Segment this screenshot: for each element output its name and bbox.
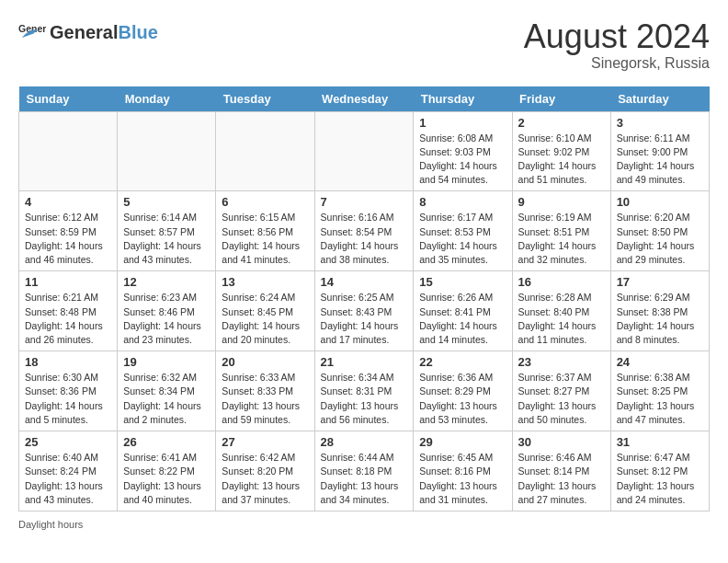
calendar-cell: 5Sunrise: 6:14 AM Sunset: 8:57 PM Daylig…	[118, 191, 216, 271]
day-info: Sunrise: 6:20 AM Sunset: 8:50 PM Dayligh…	[617, 211, 703, 267]
calendar-cell: 2Sunrise: 6:10 AM Sunset: 9:02 PM Daylig…	[512, 111, 610, 191]
day-number: 13	[222, 275, 308, 289]
day-info: Sunrise: 6:19 AM Sunset: 8:51 PM Dayligh…	[518, 211, 605, 267]
calendar-cell: 18Sunrise: 6:30 AM Sunset: 8:36 PM Dayli…	[19, 351, 118, 431]
day-number: 24	[617, 355, 703, 369]
day-number: 26	[123, 435, 210, 449]
calendar-table: SundayMondayTuesdayWednesdayThursdayFrid…	[18, 86, 710, 511]
calendar-header-sunday: Sunday	[19, 86, 118, 112]
day-info: Sunrise: 6:37 AM Sunset: 8:27 PM Dayligh…	[518, 371, 605, 427]
calendar-cell	[216, 111, 314, 191]
day-number: 31	[617, 435, 703, 449]
day-number: 29	[419, 435, 506, 449]
calendar-cell: 1Sunrise: 6:08 AM Sunset: 9:03 PM Daylig…	[414, 111, 512, 191]
logo-blue-text: Blue	[118, 22, 157, 43]
day-number: 17	[617, 275, 703, 289]
day-number: 2	[518, 116, 605, 130]
calendar-cell: 27Sunrise: 6:42 AM Sunset: 8:20 PM Dayli…	[216, 431, 314, 511]
calendar-week-5: 25Sunrise: 6:40 AM Sunset: 8:24 PM Dayli…	[19, 431, 710, 511]
day-number: 6	[222, 195, 308, 209]
day-info: Sunrise: 6:16 AM Sunset: 8:54 PM Dayligh…	[321, 211, 408, 267]
page-header: General General Blue August 2024 Sinegor…	[18, 18, 710, 72]
calendar-cell: 31Sunrise: 6:47 AM Sunset: 8:12 PM Dayli…	[610, 431, 709, 511]
day-info: Sunrise: 6:10 AM Sunset: 9:02 PM Dayligh…	[518, 132, 605, 188]
day-info: Sunrise: 6:24 AM Sunset: 8:45 PM Dayligh…	[222, 291, 308, 347]
day-number: 1	[419, 116, 506, 130]
calendar-header-friday: Friday	[512, 86, 610, 112]
logo: General General Blue	[18, 18, 158, 46]
calendar-cell: 4Sunrise: 6:12 AM Sunset: 8:59 PM Daylig…	[19, 191, 118, 271]
day-info: Sunrise: 6:23 AM Sunset: 8:46 PM Dayligh…	[123, 291, 210, 347]
logo-icon: General	[18, 18, 46, 46]
day-info: Sunrise: 6:38 AM Sunset: 8:25 PM Dayligh…	[617, 371, 703, 427]
calendar-cell: 22Sunrise: 6:36 AM Sunset: 8:29 PM Dayli…	[414, 351, 512, 431]
calendar-cell: 25Sunrise: 6:40 AM Sunset: 8:24 PM Dayli…	[19, 431, 118, 511]
day-info: Sunrise: 6:45 AM Sunset: 8:16 PM Dayligh…	[419, 451, 506, 507]
day-number: 19	[123, 355, 210, 369]
day-number: 28	[321, 435, 408, 449]
day-info: Sunrise: 6:34 AM Sunset: 8:31 PM Dayligh…	[321, 371, 408, 427]
calendar-cell: 21Sunrise: 6:34 AM Sunset: 8:31 PM Dayli…	[314, 351, 414, 431]
day-info: Sunrise: 6:17 AM Sunset: 8:53 PM Dayligh…	[419, 211, 506, 267]
day-number: 3	[617, 116, 703, 130]
footer-note: Daylight hours	[18, 519, 710, 530]
calendar-cell: 10Sunrise: 6:20 AM Sunset: 8:50 PM Dayli…	[610, 191, 709, 271]
day-info: Sunrise: 6:41 AM Sunset: 8:22 PM Dayligh…	[123, 451, 210, 507]
day-number: 12	[123, 275, 210, 289]
calendar-week-3: 11Sunrise: 6:21 AM Sunset: 8:48 PM Dayli…	[19, 271, 710, 351]
calendar-cell: 11Sunrise: 6:21 AM Sunset: 8:48 PM Dayli…	[19, 271, 118, 351]
calendar-cell: 20Sunrise: 6:33 AM Sunset: 8:33 PM Dayli…	[216, 351, 314, 431]
day-number: 8	[419, 195, 506, 209]
day-number: 4	[25, 195, 111, 209]
logo-general-text: General	[50, 22, 118, 43]
calendar-cell: 29Sunrise: 6:45 AM Sunset: 8:16 PM Dayli…	[414, 431, 512, 511]
calendar-cell: 19Sunrise: 6:32 AM Sunset: 8:34 PM Dayli…	[118, 351, 216, 431]
title-block: August 2024 Sinegorsk, Russia	[524, 18, 710, 72]
calendar-cell: 6Sunrise: 6:15 AM Sunset: 8:56 PM Daylig…	[216, 191, 314, 271]
day-number: 7	[321, 195, 408, 209]
calendar-cell	[314, 111, 414, 191]
day-info: Sunrise: 6:11 AM Sunset: 9:00 PM Dayligh…	[617, 132, 703, 188]
day-number: 11	[25, 275, 111, 289]
day-number: 20	[222, 355, 308, 369]
day-info: Sunrise: 6:29 AM Sunset: 8:38 PM Dayligh…	[617, 291, 703, 347]
calendar-week-4: 18Sunrise: 6:30 AM Sunset: 8:36 PM Dayli…	[19, 351, 710, 431]
day-info: Sunrise: 6:40 AM Sunset: 8:24 PM Dayligh…	[25, 451, 111, 507]
calendar-cell: 28Sunrise: 6:44 AM Sunset: 8:18 PM Dayli…	[314, 431, 414, 511]
day-info: Sunrise: 6:08 AM Sunset: 9:03 PM Dayligh…	[419, 132, 506, 188]
calendar-cell	[118, 111, 216, 191]
calendar-header-tuesday: Tuesday	[216, 86, 314, 112]
calendar-cell: 7Sunrise: 6:16 AM Sunset: 8:54 PM Daylig…	[314, 191, 414, 271]
day-info: Sunrise: 6:30 AM Sunset: 8:36 PM Dayligh…	[25, 371, 111, 427]
day-info: Sunrise: 6:36 AM Sunset: 8:29 PM Dayligh…	[419, 371, 506, 427]
day-number: 27	[222, 435, 308, 449]
calendar-cell: 13Sunrise: 6:24 AM Sunset: 8:45 PM Dayli…	[216, 271, 314, 351]
calendar-header-monday: Monday	[118, 86, 216, 112]
day-info: Sunrise: 6:25 AM Sunset: 8:43 PM Dayligh…	[321, 291, 408, 347]
day-info: Sunrise: 6:15 AM Sunset: 8:56 PM Dayligh…	[222, 211, 308, 267]
calendar-cell: 26Sunrise: 6:41 AM Sunset: 8:22 PM Dayli…	[118, 431, 216, 511]
day-info: Sunrise: 6:42 AM Sunset: 8:20 PM Dayligh…	[222, 451, 308, 507]
day-info: Sunrise: 6:32 AM Sunset: 8:34 PM Dayligh…	[123, 371, 210, 427]
day-info: Sunrise: 6:21 AM Sunset: 8:48 PM Dayligh…	[25, 291, 111, 347]
calendar-cell: 16Sunrise: 6:28 AM Sunset: 8:40 PM Dayli…	[512, 271, 610, 351]
calendar-cell: 3Sunrise: 6:11 AM Sunset: 9:00 PM Daylig…	[610, 111, 709, 191]
calendar-cell: 24Sunrise: 6:38 AM Sunset: 8:25 PM Dayli…	[610, 351, 709, 431]
month-year: August 2024	[524, 18, 710, 55]
calendar-cell: 17Sunrise: 6:29 AM Sunset: 8:38 PM Dayli…	[610, 271, 709, 351]
day-number: 23	[518, 355, 605, 369]
calendar-cell	[19, 111, 118, 191]
calendar-week-2: 4Sunrise: 6:12 AM Sunset: 8:59 PM Daylig…	[19, 191, 710, 271]
day-number: 15	[419, 275, 506, 289]
day-number: 21	[321, 355, 408, 369]
day-info: Sunrise: 6:44 AM Sunset: 8:18 PM Dayligh…	[321, 451, 408, 507]
day-number: 14	[321, 275, 408, 289]
calendar-cell: 9Sunrise: 6:19 AM Sunset: 8:51 PM Daylig…	[512, 191, 610, 271]
calendar-cell: 8Sunrise: 6:17 AM Sunset: 8:53 PM Daylig…	[414, 191, 512, 271]
day-info: Sunrise: 6:26 AM Sunset: 8:41 PM Dayligh…	[419, 291, 506, 347]
day-number: 10	[617, 195, 703, 209]
day-info: Sunrise: 6:28 AM Sunset: 8:40 PM Dayligh…	[518, 291, 605, 347]
day-number: 30	[518, 435, 605, 449]
day-number: 16	[518, 275, 605, 289]
location: Sinegorsk, Russia	[524, 55, 710, 72]
